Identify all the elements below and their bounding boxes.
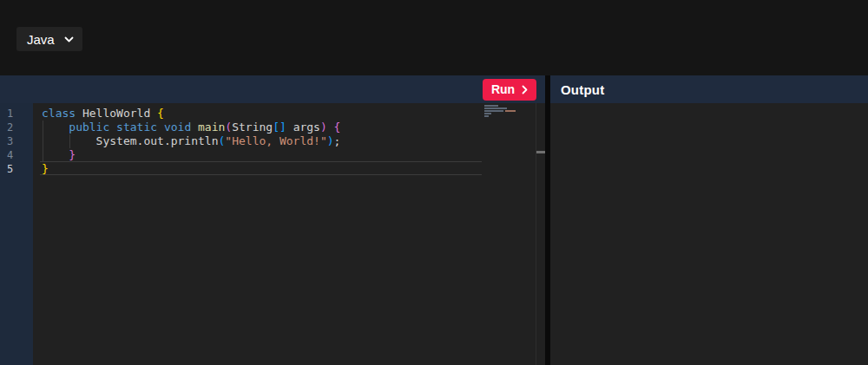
indent-guide — [69, 134, 70, 148]
scrollbar-track[interactable] — [536, 103, 536, 365]
minimap-line — [484, 108, 523, 109]
code-token: ) — [327, 134, 334, 147]
code-token: [] — [273, 121, 286, 134]
code-token: void — [164, 121, 191, 134]
top-bar: Java — [0, 0, 868, 75]
line-numbers: 12345 — [0, 103, 33, 365]
minimap-line — [484, 110, 523, 112]
code-token — [327, 121, 334, 134]
code-token: } — [69, 148, 76, 161]
editor-panel-header: Run — [0, 75, 545, 103]
output-panel-header: Output — [550, 75, 868, 103]
line-number: 3 — [7, 134, 33, 148]
code-editor: 12345 class HelloWorld { public static v… — [0, 103, 545, 365]
code-token: { — [334, 121, 341, 134]
line-number: 2 — [7, 121, 33, 134]
code-line: class HelloWorld { — [42, 107, 545, 121]
app-window: Java Run 12345 — [0, 0, 868, 365]
run-button[interactable]: Run — [483, 79, 536, 101]
code-token — [109, 121, 116, 134]
minimap[interactable] — [484, 105, 523, 118]
chevron-right-icon — [522, 85, 528, 95]
language-selector-label: Java — [27, 32, 55, 47]
minimap-line — [484, 113, 523, 114]
code-input-area[interactable]: class HelloWorld { public static void ma… — [33, 103, 545, 365]
code-token: class — [42, 107, 76, 120]
code-line: } — [42, 162, 545, 176]
code-token: } — [42, 162, 49, 175]
code-token — [191, 121, 198, 134]
chevron-down-icon — [64, 36, 74, 42]
code-lines: class HelloWorld { public static void ma… — [42, 107, 545, 176]
code-token: static — [116, 121, 157, 134]
code-token: { — [157, 107, 164, 120]
output-panel: Output — [550, 75, 868, 365]
code-token: "Hello, World!" — [225, 134, 326, 147]
line-number: 1 — [7, 107, 33, 121]
code-token: args — [286, 121, 320, 134]
code-line: System.out.println("Hello, World!"); — [42, 134, 545, 148]
code-token: ; — [334, 134, 341, 147]
main-split: Run 12345 class HelloWorld { public stat… — [0, 75, 868, 365]
line-number: 4 — [7, 148, 33, 162]
code-token: main — [198, 121, 225, 134]
indent-guide — [43, 121, 43, 162]
output-panel-title: Output — [550, 82, 604, 97]
code-token — [42, 148, 69, 161]
language-selector-dropdown[interactable]: Java — [16, 27, 82, 51]
code-token: ( — [225, 121, 232, 134]
editor-panel: Run 12345 class HelloWorld { public stat… — [0, 75, 545, 365]
code-line: public static void main(String[] args) { — [42, 121, 545, 134]
code-token: public — [69, 121, 109, 134]
code-token — [42, 121, 69, 134]
code-token: HelloWorld — [76, 107, 157, 120]
run-button-label: Run — [491, 82, 515, 96]
code-line: } — [42, 148, 545, 162]
cursor-overview-marker — [536, 151, 545, 153]
code-token — [157, 121, 164, 134]
code-token: System.out.println — [42, 134, 219, 147]
code-token: ) — [320, 121, 327, 134]
line-number: 5 — [7, 162, 33, 176]
minimap-line — [484, 115, 523, 117]
output-console[interactable] — [550, 103, 868, 365]
code-token: String — [232, 121, 273, 134]
minimap-line — [484, 105, 523, 107]
